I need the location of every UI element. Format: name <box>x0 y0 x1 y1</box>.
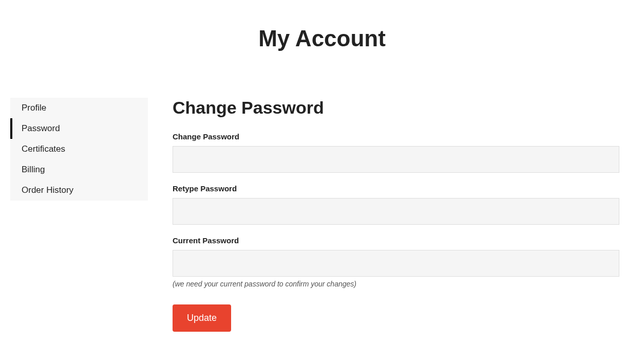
sidebar-item-password[interactable]: Password <box>10 118 148 139</box>
field-group-new-password: Change Password <box>173 132 619 173</box>
sidebar-item-profile[interactable]: Profile <box>10 98 148 118</box>
sidebar-item-order-history[interactable]: Order History <box>10 180 148 201</box>
sidebar-item-certificates[interactable]: Certificates <box>10 139 148 159</box>
field-group-current-password: Current Password (we need your current p… <box>173 236 619 288</box>
retype-password-input[interactable] <box>173 198 619 225</box>
current-password-label: Current Password <box>173 236 619 245</box>
current-password-input[interactable] <box>173 250 619 277</box>
sidebar: Profile Password Certificates Billing Or… <box>10 98 148 201</box>
new-password-input[interactable] <box>173 146 619 173</box>
content-wrap: Profile Password Certificates Billing Or… <box>10 98 634 332</box>
main-panel: Change Password Change Password Retype P… <box>173 98 619 332</box>
section-title: Change Password <box>173 98 619 118</box>
update-button[interactable]: Update <box>173 304 231 332</box>
page-title: My Account <box>10 26 634 51</box>
new-password-label: Change Password <box>173 132 619 141</box>
sidebar-item-billing[interactable]: Billing <box>10 159 148 180</box>
retype-password-label: Retype Password <box>173 184 619 193</box>
current-password-hint: (we need your current password to confir… <box>173 280 619 288</box>
field-group-retype-password: Retype Password <box>173 184 619 225</box>
